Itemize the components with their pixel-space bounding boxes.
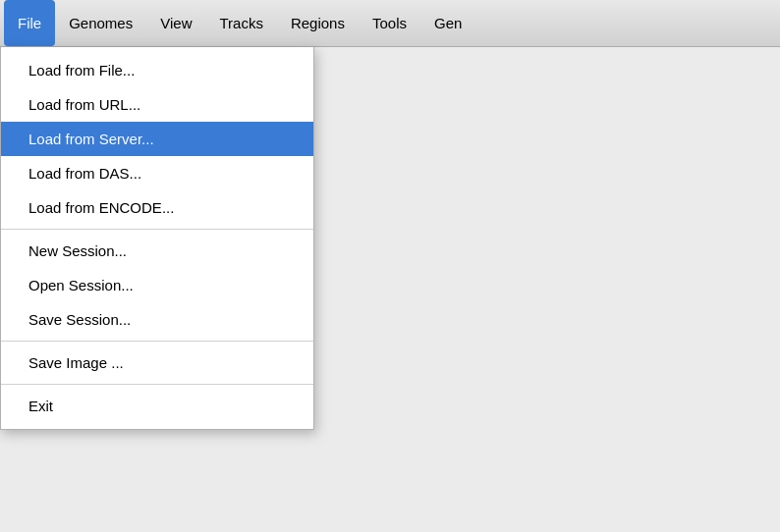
menu-regions[interactable]: Regions (277, 0, 359, 46)
menu-item-load-from-das[interactable]: Load from DAS... (1, 156, 313, 190)
menu-item-load-from-file[interactable]: Load from File... (1, 53, 313, 87)
menu-item-open-session[interactable]: Open Session... (1, 268, 313, 302)
file-dropdown-menu: Load from File... Load from URL... Load … (0, 47, 314, 430)
menu-item-load-from-encode[interactable]: Load from ENCODE... (1, 190, 313, 225)
menubar: File Genomes View Tracks Regions Tools G… (0, 0, 780, 47)
menu-tracks[interactable]: Tracks (205, 0, 276, 46)
menu-item-save-image[interactable]: Save Image ... (1, 346, 313, 380)
menu-item-new-session[interactable]: New Session... (1, 234, 313, 268)
menu-tools[interactable]: Tools (359, 0, 420, 46)
menu-view[interactable]: View (146, 0, 205, 46)
menu-item-load-from-url[interactable]: Load from URL... (1, 87, 313, 122)
menu-item-save-session[interactable]: Save Session... (1, 302, 313, 337)
menu-genomes[interactable]: Genomes (55, 0, 146, 46)
separator-1 (1, 229, 313, 230)
menu-gen[interactable]: Gen (420, 0, 475, 46)
menu-item-load-from-server[interactable]: Load from Server... (1, 122, 313, 156)
separator-3 (1, 384, 313, 385)
menu-item-exit[interactable]: Exit (1, 389, 313, 423)
separator-2 (1, 341, 313, 342)
menu-file[interactable]: File (4, 0, 55, 46)
